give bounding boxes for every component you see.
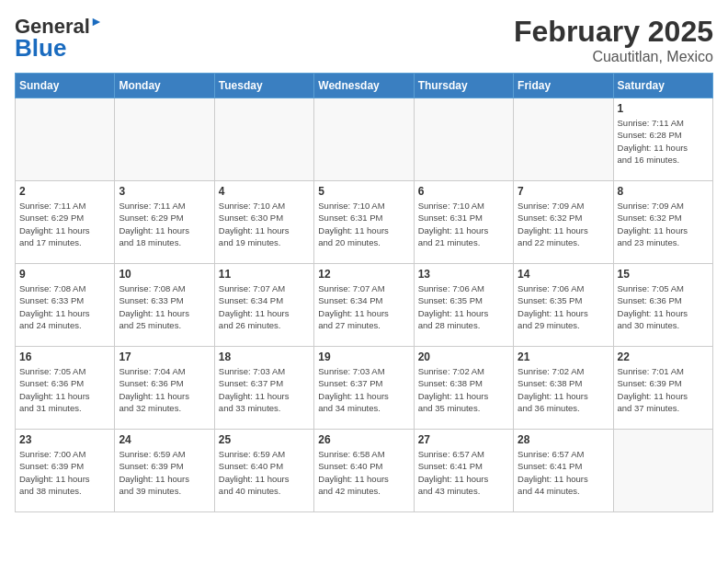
day-number: 27 [418, 433, 509, 446]
day-cell: 1Sunrise: 7:11 AM Sunset: 6:28 PM Daylig… [613, 98, 712, 181]
day-cell: 13Sunrise: 7:06 AM Sunset: 6:35 PM Dayli… [414, 264, 513, 347]
day-cell: 18Sunrise: 7:03 AM Sunset: 6:37 PM Dayli… [214, 347, 313, 430]
day-info: Sunrise: 7:03 AM Sunset: 6:37 PM Dayligh… [219, 365, 310, 414]
day-number: 16 [19, 350, 110, 363]
day-cell: 9Sunrise: 7:08 AM Sunset: 6:33 PM Daylig… [16, 264, 115, 347]
week-row-3: 9Sunrise: 7:08 AM Sunset: 6:33 PM Daylig… [16, 264, 713, 347]
logo: General► Blue [15, 15, 103, 61]
day-number: 17 [119, 350, 210, 363]
day-cell: 10Sunrise: 7:08 AM Sunset: 6:33 PM Dayli… [115, 264, 214, 347]
day-number: 11 [219, 268, 310, 281]
day-number: 18 [219, 350, 310, 363]
title-block: February 2025 Cuautitlan, Mexico [514, 15, 713, 65]
day-number: 4 [219, 185, 310, 198]
day-cell: 4Sunrise: 7:10 AM Sunset: 6:30 PM Daylig… [214, 181, 313, 264]
day-cell: 27Sunrise: 6:57 AM Sunset: 6:41 PM Dayli… [414, 430, 513, 512]
day-info: Sunrise: 7:10 AM Sunset: 6:31 PM Dayligh… [418, 200, 509, 248]
day-cell: 28Sunrise: 6:57 AM Sunset: 6:41 PM Dayli… [514, 430, 613, 512]
day-cell: 19Sunrise: 7:03 AM Sunset: 6:37 PM Dayli… [314, 347, 414, 430]
week-row-5: 23Sunrise: 7:00 AM Sunset: 6:39 PM Dayli… [16, 430, 713, 512]
day-cell: 25Sunrise: 6:59 AM Sunset: 6:40 PM Dayli… [214, 430, 313, 512]
day-number: 20 [418, 350, 509, 363]
day-number: 15 [618, 268, 709, 281]
col-header-thursday: Thursday [414, 74, 513, 98]
day-cell: 22Sunrise: 7:01 AM Sunset: 6:39 PM Dayli… [613, 347, 712, 430]
day-info: Sunrise: 6:59 AM Sunset: 6:39 PM Dayligh… [119, 448, 210, 497]
day-cell: 7Sunrise: 7:09 AM Sunset: 6:32 PM Daylig… [514, 181, 613, 264]
week-row-2: 2Sunrise: 7:11 AM Sunset: 6:29 PM Daylig… [16, 181, 713, 264]
day-info: Sunrise: 7:11 AM Sunset: 6:29 PM Dayligh… [19, 200, 110, 248]
day-info: Sunrise: 6:57 AM Sunset: 6:41 PM Dayligh… [518, 448, 609, 497]
day-info: Sunrise: 7:00 AM Sunset: 6:39 PM Dayligh… [19, 448, 110, 497]
day-number: 7 [518, 185, 609, 198]
header-row: SundayMondayTuesdayWednesdayThursdayFrid… [16, 74, 713, 98]
day-cell: 14Sunrise: 7:06 AM Sunset: 6:35 PM Dayli… [514, 264, 613, 347]
day-cell: 21Sunrise: 7:02 AM Sunset: 6:38 PM Dayli… [514, 347, 613, 430]
day-cell: 20Sunrise: 7:02 AM Sunset: 6:38 PM Dayli… [414, 347, 513, 430]
day-cell [16, 98, 115, 181]
day-info: Sunrise: 7:05 AM Sunset: 6:36 PM Dayligh… [19, 365, 110, 414]
page-header: General► Blue February 2025 Cuautitlan, … [15, 15, 713, 65]
day-info: Sunrise: 7:11 AM Sunset: 6:28 PM Dayligh… [618, 117, 709, 166]
day-info: Sunrise: 7:07 AM Sunset: 6:34 PM Dayligh… [318, 282, 409, 331]
day-info: Sunrise: 7:08 AM Sunset: 6:33 PM Dayligh… [19, 282, 110, 331]
day-number: 6 [418, 185, 509, 198]
day-info: Sunrise: 7:05 AM Sunset: 6:36 PM Dayligh… [618, 282, 709, 331]
day-number: 19 [318, 350, 409, 363]
day-info: Sunrise: 7:02 AM Sunset: 6:38 PM Dayligh… [518, 365, 609, 414]
week-row-1: 1Sunrise: 7:11 AM Sunset: 6:28 PM Daylig… [16, 98, 713, 181]
day-number: 13 [418, 268, 509, 281]
day-cell: 15Sunrise: 7:05 AM Sunset: 6:36 PM Dayli… [613, 264, 712, 347]
day-cell: 24Sunrise: 6:59 AM Sunset: 6:39 PM Dayli… [115, 430, 214, 512]
day-cell: 8Sunrise: 7:09 AM Sunset: 6:32 PM Daylig… [613, 181, 712, 264]
day-info: Sunrise: 6:58 AM Sunset: 6:40 PM Dayligh… [318, 448, 409, 497]
day-info: Sunrise: 7:09 AM Sunset: 6:32 PM Dayligh… [618, 200, 709, 248]
day-info: Sunrise: 7:10 AM Sunset: 6:30 PM Dayligh… [219, 200, 310, 248]
day-info: Sunrise: 7:04 AM Sunset: 6:36 PM Dayligh… [119, 365, 210, 414]
col-header-saturday: Saturday [613, 74, 712, 98]
day-cell [514, 98, 613, 181]
col-header-sunday: Sunday [16, 74, 115, 98]
day-info: Sunrise: 7:06 AM Sunset: 6:35 PM Dayligh… [518, 282, 609, 331]
day-cell: 12Sunrise: 7:07 AM Sunset: 6:34 PM Dayli… [314, 264, 414, 347]
day-cell: 5Sunrise: 7:10 AM Sunset: 6:31 PM Daylig… [314, 181, 414, 264]
day-cell: 17Sunrise: 7:04 AM Sunset: 6:36 PM Dayli… [115, 347, 214, 430]
day-number: 25 [219, 433, 310, 446]
logo-blue: Blue [15, 35, 66, 62]
day-number: 2 [19, 185, 110, 198]
day-info: Sunrise: 7:09 AM Sunset: 6:32 PM Dayligh… [518, 200, 609, 248]
day-number: 14 [518, 268, 609, 281]
location-title: Cuautitlan, Mexico [514, 49, 713, 65]
day-cell: 2Sunrise: 7:11 AM Sunset: 6:29 PM Daylig… [16, 181, 115, 264]
day-number: 24 [119, 433, 210, 446]
day-cell: 16Sunrise: 7:05 AM Sunset: 6:36 PM Dayli… [16, 347, 115, 430]
day-number: 26 [318, 433, 409, 446]
day-info: Sunrise: 7:08 AM Sunset: 6:33 PM Dayligh… [119, 282, 210, 331]
day-number: 1 [618, 102, 709, 115]
day-cell [214, 98, 313, 181]
day-number: 9 [19, 268, 110, 281]
day-cell [414, 98, 513, 181]
day-info: Sunrise: 7:02 AM Sunset: 6:38 PM Dayligh… [418, 365, 509, 414]
day-number: 5 [318, 185, 409, 198]
week-row-4: 16Sunrise: 7:05 AM Sunset: 6:36 PM Dayli… [16, 347, 713, 430]
day-number: 8 [618, 185, 709, 198]
day-number: 22 [618, 350, 709, 363]
col-header-tuesday: Tuesday [214, 74, 313, 98]
day-info: Sunrise: 6:59 AM Sunset: 6:40 PM Dayligh… [219, 448, 310, 497]
day-number: 23 [19, 433, 110, 446]
day-cell: 23Sunrise: 7:00 AM Sunset: 6:39 PM Dayli… [16, 430, 115, 512]
day-cell [314, 98, 414, 181]
day-info: Sunrise: 7:10 AM Sunset: 6:31 PM Dayligh… [318, 200, 409, 248]
col-header-monday: Monday [115, 74, 214, 98]
month-title: February 2025 [514, 15, 713, 49]
calendar-table: SundayMondayTuesdayWednesdayThursdayFrid… [15, 73, 713, 512]
col-header-friday: Friday [514, 74, 613, 98]
day-number: 12 [318, 268, 409, 281]
day-number: 3 [119, 185, 210, 198]
day-info: Sunrise: 7:01 AM Sunset: 6:39 PM Dayligh… [618, 365, 709, 414]
day-cell: 6Sunrise: 7:10 AM Sunset: 6:31 PM Daylig… [414, 181, 513, 264]
day-number: 10 [119, 268, 210, 281]
day-info: Sunrise: 7:06 AM Sunset: 6:35 PM Dayligh… [418, 282, 509, 331]
day-info: Sunrise: 6:57 AM Sunset: 6:41 PM Dayligh… [418, 448, 509, 497]
